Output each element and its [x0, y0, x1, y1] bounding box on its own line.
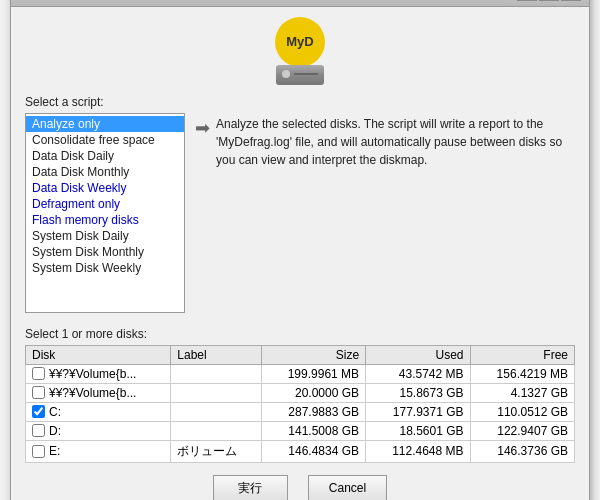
- script-list-item[interactable]: Data Disk Monthly: [26, 164, 184, 180]
- disk-used: 15.8673 GB: [366, 383, 470, 402]
- script-list-item[interactable]: Data Disk Daily: [26, 148, 184, 164]
- minimize-button[interactable]: —: [517, 0, 537, 1]
- maximize-button[interactable]: □: [539, 0, 559, 1]
- main-panel: Select a script: Analyze onlyConsolidate…: [25, 95, 575, 313]
- window-controls: — □ ✕: [517, 0, 581, 1]
- disk-column-header: Size: [261, 345, 365, 364]
- logo-area: MyD: [25, 17, 575, 85]
- disk-label: [171, 402, 261, 421]
- disk-table-row: D:141.5008 GB18.5601 GB122.9407 GB: [26, 421, 575, 440]
- app-logo: MyD: [275, 17, 325, 85]
- disk-checkbox[interactable]: [32, 405, 45, 418]
- hdd-icon: [276, 65, 324, 85]
- disk-free: 110.0512 GB: [470, 402, 574, 421]
- disk-cell: ¥¥?¥Volume{b...: [26, 364, 171, 383]
- disk-label: [171, 364, 261, 383]
- disk-table: DiskLabelSizeUsedFree ¥¥?¥Volume{b...199…: [25, 345, 575, 463]
- disk-used: 112.4648 MB: [366, 440, 470, 462]
- disk-column-header: Used: [366, 345, 470, 364]
- main-window: 🖥 MyDefrag v4.3.1 — □ ✕ MyD Select a scr…: [10, 0, 590, 500]
- disk-size: 141.5008 GB: [261, 421, 365, 440]
- script-panel: Select a script: Analyze onlyConsolidate…: [25, 95, 185, 313]
- disk-label: [171, 421, 261, 440]
- disk-table-row: ¥¥?¥Volume{b...199.9961 MB43.5742 MB156.…: [26, 364, 575, 383]
- disk-table-row: E:ボリューム146.4834 GB112.4648 MB146.3736 GB: [26, 440, 575, 462]
- script-list-item[interactable]: Consolidate free space: [26, 132, 184, 148]
- disk-checkbox[interactable]: [32, 445, 45, 458]
- disk-used: 43.5742 MB: [366, 364, 470, 383]
- disk-name: ¥¥?¥Volume{b...: [49, 367, 136, 381]
- disk-cell: D:: [26, 421, 171, 440]
- close-button[interactable]: ✕: [561, 0, 581, 1]
- logo-badge: MyD: [275, 17, 325, 67]
- buttons-area: 実行 Cancel: [25, 475, 575, 501]
- disk-table-row: C:287.9883 GB177.9371 GB110.0512 GB: [26, 402, 575, 421]
- script-list-item[interactable]: System Disk Weekly: [26, 260, 184, 276]
- disk-size: 146.4834 GB: [261, 440, 365, 462]
- script-list-item[interactable]: Flash memory disks: [26, 212, 184, 228]
- disk-label: ボリューム: [171, 440, 261, 462]
- disk-column-header: Free: [470, 345, 574, 364]
- disk-used: 18.5601 GB: [366, 421, 470, 440]
- disk-size: 199.9961 MB: [261, 364, 365, 383]
- description-panel: ➡ Analyze the selected disks. The script…: [195, 95, 575, 313]
- disk-used: 177.9371 GB: [366, 402, 470, 421]
- disk-label: [171, 383, 261, 402]
- disk-size: 20.0000 GB: [261, 383, 365, 402]
- disk-checkbox[interactable]: [32, 424, 45, 437]
- disk-checkbox[interactable]: [32, 386, 45, 399]
- disk-free: 4.1327 GB: [470, 383, 574, 402]
- disk-free: 122.9407 GB: [470, 421, 574, 440]
- disk-name: D:: [49, 424, 61, 438]
- script-list-item[interactable]: System Disk Daily: [26, 228, 184, 244]
- disk-checkbox[interactable]: [32, 367, 45, 380]
- disk-free: 146.3736 GB: [470, 440, 574, 462]
- script-list[interactable]: Analyze onlyConsolidate free spaceData D…: [25, 113, 185, 313]
- arrow-icon: ➡: [195, 117, 210, 139]
- disk-size: 287.9883 GB: [261, 402, 365, 421]
- disk-cell: ¥¥?¥Volume{b...: [26, 383, 171, 402]
- script-list-item[interactable]: Analyze only: [26, 116, 184, 132]
- disk-free: 156.4219 MB: [470, 364, 574, 383]
- disk-name: C:: [49, 405, 61, 419]
- disk-section: Select 1 or more disks: DiskLabelSizeUse…: [25, 327, 575, 463]
- disk-cell: C:: [26, 402, 171, 421]
- disk-cell: E:: [26, 440, 171, 462]
- disk-column-header: Disk: [26, 345, 171, 364]
- disk-table-row: ¥¥?¥Volume{b...20.0000 GB15.8673 GB4.132…: [26, 383, 575, 402]
- run-button[interactable]: 実行: [213, 475, 288, 501]
- script-section-label: Select a script:: [25, 95, 185, 109]
- disk-column-header: Label: [171, 345, 261, 364]
- script-list-item[interactable]: Data Disk Weekly: [26, 180, 184, 196]
- logo-text: MyD: [286, 34, 313, 49]
- description-text: Analyze the selected disks. The script w…: [216, 115, 575, 169]
- disk-name: ¥¥?¥Volume{b...: [49, 386, 136, 400]
- script-list-item[interactable]: Defragment only: [26, 196, 184, 212]
- disk-name: E:: [49, 444, 60, 458]
- script-list-item[interactable]: System Disk Monthly: [26, 244, 184, 260]
- cancel-button[interactable]: Cancel: [308, 475, 387, 501]
- disk-section-label: Select 1 or more disks:: [25, 327, 575, 341]
